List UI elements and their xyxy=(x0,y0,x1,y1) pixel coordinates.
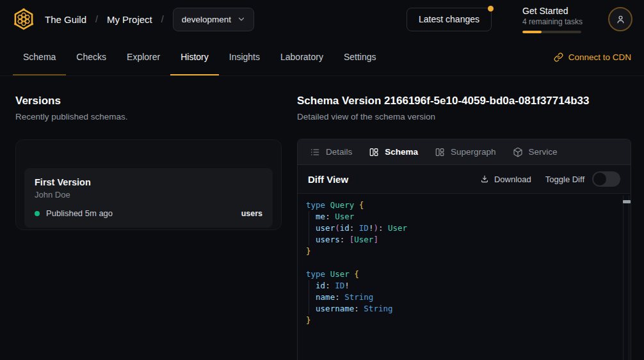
chevron-down-icon xyxy=(237,15,246,24)
code-line: } xyxy=(306,315,614,326)
user-icon xyxy=(615,14,626,25)
download-label: Download xyxy=(494,175,531,184)
toggle-diff-label: Toggle Diff xyxy=(545,175,584,184)
org-name-link[interactable]: The Guild xyxy=(45,14,86,25)
code-line: username: String xyxy=(306,303,614,315)
project-name-link[interactable]: My Project xyxy=(107,14,152,25)
tab-laboratory[interactable]: Laboratory xyxy=(270,38,334,75)
version-title: First Version xyxy=(35,176,262,189)
code-line xyxy=(306,257,614,269)
breadcrumb-separator: / xyxy=(161,14,164,24)
panel-tab-details[interactable]: Details xyxy=(302,139,360,164)
diff-view-title: Diff View xyxy=(308,174,348,185)
download-button[interactable]: Download xyxy=(480,175,531,184)
main-content: Versions Recently published schemas. Fir… xyxy=(0,76,644,360)
code-line: type User { xyxy=(306,269,614,280)
panel-tab-supergraph[interactable]: Supergraph xyxy=(426,139,504,164)
toggle-diff-control: Toggle Diff xyxy=(545,171,620,187)
get-started-progress-fill xyxy=(522,31,542,33)
primary-tabs: SchemaChecksExplorerHistoryInsightsLabor… xyxy=(13,38,387,75)
detail-title: Schema Version 2166196f-5e10-4059-bd0a-0… xyxy=(297,94,631,108)
latest-changes-button[interactable]: Latest changes xyxy=(407,8,492,31)
notification-dot xyxy=(488,6,494,12)
panel-tabs: DetailsSchemaSupergraphService xyxy=(298,139,631,165)
environment-selector-value: development xyxy=(182,15,231,24)
code-line: id: ID! xyxy=(306,280,614,292)
code-line: users: [User] xyxy=(306,234,614,246)
get-started-title: Get Started xyxy=(522,6,581,17)
code-viewer: type Query { me: User user(id: ID!): Use… xyxy=(298,194,631,360)
scrollbar-thumb[interactable] xyxy=(623,200,631,203)
tab-explorer[interactable]: Explorer xyxy=(117,38,170,75)
detail-panel: Schema Version 2166196f-5e10-4059-bd0a-0… xyxy=(297,89,631,360)
app-root: The Guild / My Project / development Lat… xyxy=(0,0,644,360)
versions-list-card: First Version John Doe Published 5m ago … xyxy=(15,139,282,230)
tab-settings[interactable]: Settings xyxy=(334,38,387,75)
list-icon xyxy=(310,147,320,157)
connect-cdn-label: Connect to CDN xyxy=(568,52,631,62)
columns-icon xyxy=(369,147,379,157)
connect-cdn-button[interactable]: Connect to CDN xyxy=(554,38,631,75)
tab-schema[interactable]: Schema xyxy=(13,38,66,75)
versions-panel: Versions Recently published schemas. Fir… xyxy=(15,89,282,360)
versions-subtitle: Recently published schemas. xyxy=(15,111,282,122)
get-started-subtitle: 4 remaining tasks xyxy=(522,17,581,27)
breadcrumb: The Guild / My Project / development xyxy=(12,7,254,31)
code-line: name: String xyxy=(306,292,614,303)
code-line: } xyxy=(306,246,614,257)
header-actions: Latest changes Get Started 4 remaining t… xyxy=(407,6,632,33)
breadcrumb-separator: / xyxy=(95,14,98,24)
schema-version-panel: DetailsSchemaSupergraphService Diff View… xyxy=(297,139,631,360)
environment-selector[interactable]: development xyxy=(173,8,254,31)
code-line: type Query { xyxy=(306,200,614,211)
service-badge: users xyxy=(241,209,262,218)
code-line: user(id: ID!): User xyxy=(306,223,614,234)
diff-actions: Download Toggle Diff xyxy=(480,171,620,187)
detail-subtitle: Detailed view of the schema version xyxy=(297,111,631,122)
published-status-dot xyxy=(35,211,40,216)
version-author: John Doe xyxy=(35,190,262,200)
download-icon xyxy=(480,175,489,184)
tab-history[interactable]: History xyxy=(170,38,219,75)
guild-logo-icon[interactable] xyxy=(12,7,36,31)
columns-icon xyxy=(435,147,445,157)
version-status-row: Published 5m ago users xyxy=(35,208,262,218)
panel-tab-schema[interactable]: Schema xyxy=(360,139,426,164)
scrollbar-track[interactable] xyxy=(623,196,629,360)
app-header: The Guild / My Project / development Lat… xyxy=(0,0,644,38)
code-line: me: User xyxy=(306,211,614,223)
versions-title: Versions xyxy=(15,94,282,108)
published-status-text: Published 5m ago xyxy=(46,208,113,218)
diff-toggle-switch[interactable] xyxy=(592,171,620,187)
get-started-widget[interactable]: Get Started 4 remaining tasks xyxy=(522,6,581,33)
link-icon xyxy=(554,52,563,62)
avatar-button[interactable] xyxy=(608,7,632,31)
tab-insights[interactable]: Insights xyxy=(219,38,270,75)
tab-checks[interactable]: Checks xyxy=(66,38,117,75)
get-started-progress-bar xyxy=(522,31,581,33)
toggle-knob xyxy=(593,173,606,185)
diff-view-bar: Diff View Download Toggle Diff xyxy=(298,165,631,194)
cube-icon xyxy=(513,147,523,157)
primary-nav: SchemaChecksExplorerHistoryInsightsLabor… xyxy=(0,38,644,76)
latest-changes-label: Latest changes xyxy=(419,14,479,24)
code-block: type Query { me: User user(id: ID!): Use… xyxy=(306,200,614,326)
version-list-item[interactable]: First Version John Doe Published 5m ago … xyxy=(24,168,273,228)
panel-tab-service[interactable]: Service xyxy=(504,139,566,164)
